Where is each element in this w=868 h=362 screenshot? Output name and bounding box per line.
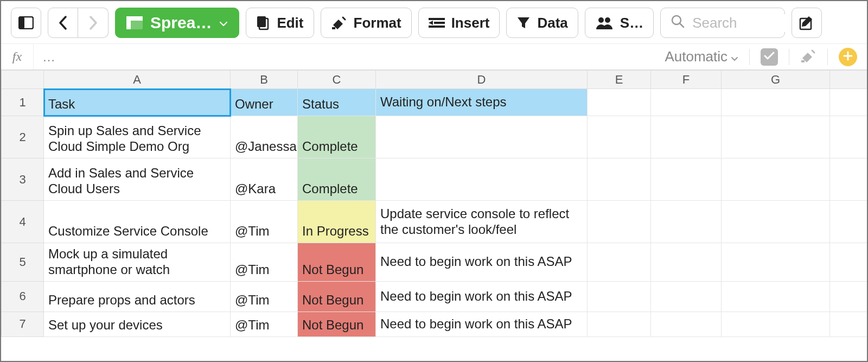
search-box[interactable] [660, 8, 785, 38]
cell[interactable] [651, 243, 722, 282]
cell[interactable]: Status [298, 89, 376, 116]
data-button[interactable]: Data [506, 8, 578, 38]
cell[interactable]: Task [44, 89, 231, 116]
cell[interactable]: Mock up a simulated smartphone or watch [44, 243, 231, 282]
cell[interactable] [722, 312, 830, 336]
col-header-D[interactable]: D [376, 71, 588, 89]
cell[interactable] [588, 158, 651, 201]
cell[interactable] [588, 201, 651, 243]
cell[interactable]: Owner [231, 89, 298, 116]
confirm-button[interactable] [761, 48, 778, 66]
share-button[interactable]: S… [585, 8, 654, 38]
formula-input[interactable]: … [34, 49, 665, 65]
row-header[interactable]: 2 [2, 116, 44, 158]
panel-icon [18, 16, 34, 29]
cell[interactable] [722, 281, 830, 312]
cell[interactable] [722, 243, 830, 282]
compose-button[interactable] [792, 8, 822, 38]
cell[interactable] [588, 312, 651, 336]
cell[interactable] [830, 158, 869, 201]
cell[interactable] [651, 281, 722, 312]
cell[interactable] [651, 116, 722, 158]
cell[interactable] [830, 89, 869, 116]
cell[interactable] [830, 116, 869, 158]
nav-back-button[interactable] [48, 8, 78, 38]
col-header-E[interactable]: E [588, 71, 651, 89]
cell[interactable]: Complete [298, 116, 376, 158]
cell[interactable] [376, 116, 588, 158]
cell[interactable] [830, 281, 869, 312]
col-header-B[interactable]: B [231, 71, 298, 89]
cell[interactable] [722, 201, 830, 243]
cell[interactable] [651, 201, 722, 243]
row-header[interactable]: 4 [2, 201, 44, 243]
add-button[interactable] [839, 48, 857, 66]
cell[interactable]: Complete [298, 158, 376, 201]
cell[interactable] [651, 158, 722, 201]
col-header-edge[interactable] [830, 71, 869, 89]
nav-forward-button[interactable] [78, 8, 108, 38]
separator [749, 49, 750, 65]
cell[interactable]: @Kara [231, 158, 298, 201]
cell[interactable] [588, 89, 651, 116]
row-header[interactable]: 7 [2, 312, 44, 336]
cell[interactable]: Not Begun [298, 243, 376, 282]
cell[interactable] [588, 116, 651, 158]
cell[interactable]: Need to begin work on this ASAP [376, 243, 588, 282]
cell[interactable] [722, 116, 830, 158]
col-header-A[interactable]: A [44, 71, 231, 89]
cell[interactable]: @Tim [231, 243, 298, 282]
cell[interactable] [651, 89, 722, 116]
row-header[interactable]: 3 [2, 158, 44, 201]
cell[interactable]: @Janessa [231, 116, 298, 158]
cell[interactable] [376, 158, 588, 201]
cell[interactable]: Not Begun [298, 312, 376, 336]
search-input[interactable] [691, 14, 868, 32]
cell[interactable] [588, 243, 651, 282]
cell[interactable] [722, 89, 830, 116]
cell[interactable] [830, 243, 869, 282]
row-header[interactable]: 5 [2, 243, 44, 282]
fx-label: fx [1, 44, 34, 69]
row-header[interactable]: 6 [2, 281, 44, 312]
cell[interactable]: Need to begin work on this ASAP [376, 312, 588, 336]
row-header[interactable]: 1 [2, 89, 44, 116]
format-painter-button[interactable] [800, 48, 816, 66]
svg-rect-7 [332, 27, 335, 29]
cell[interactable]: Need to begin work on this ASAP [376, 281, 588, 312]
cell[interactable]: Add in Sales and Service Cloud Users [44, 158, 231, 201]
toggle-panel-button[interactable] [11, 8, 41, 38]
col-header-F[interactable]: F [651, 71, 722, 89]
insert-button[interactable]: Insert [418, 8, 500, 38]
cell[interactable]: In Progress [298, 201, 376, 243]
cell[interactable] [830, 201, 869, 243]
col-header-G[interactable]: G [722, 71, 830, 89]
format-label: Format [354, 15, 401, 31]
cell[interactable]: Update service console to reflect the cu… [376, 201, 588, 243]
cell[interactable] [830, 312, 869, 336]
cell[interactable] [588, 281, 651, 312]
svg-point-13 [605, 17, 610, 23]
cell[interactable]: Prepare props and actors [44, 281, 231, 312]
cell[interactable]: @Tim [231, 312, 298, 336]
calc-mode-dropdown[interactable]: Automatic [665, 48, 738, 65]
svg-rect-6 [257, 16, 266, 27]
select-all-corner[interactable] [2, 71, 44, 89]
formula-bar-right: Automatic [665, 44, 867, 69]
cell[interactable]: @Tim [231, 281, 298, 312]
format-button[interactable]: Format [321, 8, 412, 38]
col-header-C[interactable]: C [298, 71, 376, 89]
svg-rect-4 [126, 16, 131, 29]
cell[interactable]: @Tim [231, 201, 298, 243]
chevron-down-icon [219, 17, 228, 29]
cell[interactable]: Customize Service Console [44, 201, 231, 243]
cell[interactable]: Set up your devices [44, 312, 231, 336]
view-label: Sprea… [150, 14, 212, 32]
cell[interactable]: Not Begun [298, 281, 376, 312]
cell[interactable]: Waiting on/Next steps [376, 89, 588, 116]
view-dropdown[interactable]: Sprea… [115, 8, 239, 38]
cell[interactable] [651, 312, 722, 336]
cell[interactable]: Spin up Sales and Service Cloud Simple D… [44, 116, 231, 158]
edit-button[interactable]: Edit [246, 8, 314, 38]
cell[interactable] [722, 158, 830, 201]
